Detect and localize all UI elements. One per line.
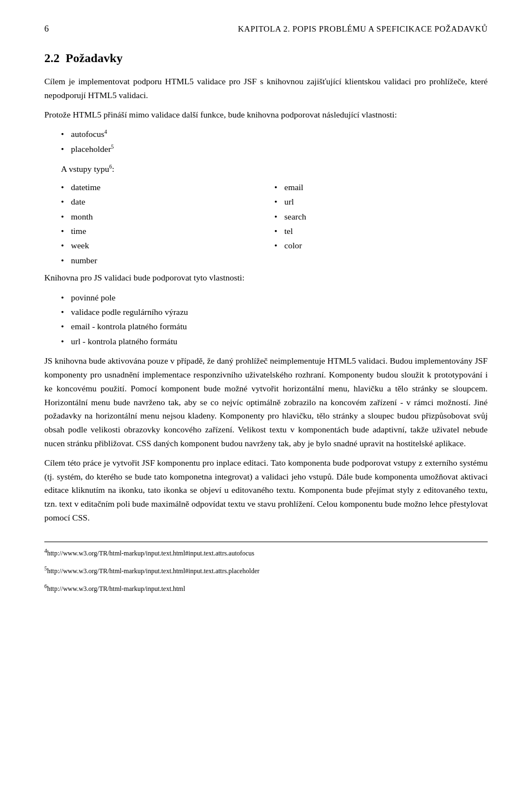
footnotes: 4http://www.w3.org/TR/html-markup/input.… xyxy=(44,542,488,595)
list-item: validace podle regulárního výrazu xyxy=(61,305,488,319)
page-header: 6 KAPITOLA 2. POPIS PROBLÉMU A SPEFICIKA… xyxy=(44,22,488,35)
list-item: week xyxy=(61,238,274,253)
list-item: color xyxy=(274,238,488,253)
list-item: email - kontrola platného formátu xyxy=(61,319,488,334)
page-number: 6 xyxy=(44,22,49,35)
list-item: time xyxy=(61,224,274,238)
section-title: 2.2 Požadavky xyxy=(44,49,488,67)
list-item: url xyxy=(274,195,488,209)
autofocus-item: autofocus4 xyxy=(61,127,488,142)
html5-features-paragraph: Protože HTML5 přináší mimo validace dalš… xyxy=(44,108,488,122)
goal-paragraph: Cílem této práce je vytvořit JSF kompone… xyxy=(44,456,488,525)
js-activation-paragraph: JS knihovna bude aktivována pouze v příp… xyxy=(44,354,488,451)
list-item: month xyxy=(61,210,274,224)
list-item: url - kontrola platného formátu xyxy=(61,334,488,349)
page: 6 KAPITOLA 2. POPIS PROBLÉMU A SPEFICIKA… xyxy=(0,0,532,811)
list-item: tel xyxy=(274,224,488,238)
list-item: datetime xyxy=(61,180,274,195)
placeholder-item: placeholder5 xyxy=(61,142,488,157)
list-item: search xyxy=(274,210,488,224)
list-item: date xyxy=(61,195,274,209)
input-types-heading: A vstupy typu6: xyxy=(61,162,488,177)
list-item: povinné pole xyxy=(61,290,488,305)
input-types-col1: datetime date month time week number xyxy=(61,180,274,268)
input-types-col2: email url search tel color xyxy=(274,180,488,268)
intro-paragraph: Cílem je implementovat podporu HTML5 val… xyxy=(44,75,488,103)
footnote-3: 6http://www.w3.org/TR/html-markup/input.… xyxy=(44,582,488,594)
footnote-1: 4http://www.w3.org/TR/html-markup/input.… xyxy=(44,547,488,559)
list-item: email xyxy=(274,180,488,195)
input-types-columns: datetime date month time week number ema… xyxy=(61,180,488,268)
library-features-list: povinné pole validace podle regulárního … xyxy=(61,290,488,349)
properties-list: autofocus4 placeholder5 xyxy=(61,127,488,156)
list-item: number xyxy=(61,253,274,268)
library-support-paragraph: Knihovna pro JS validaci bude podporovat… xyxy=(44,271,488,285)
footnote-2: 5http://www.w3.org/TR/html-markup/input.… xyxy=(44,564,488,577)
chapter-title-header: KAPITOLA 2. POPIS PROBLÉMU A SPEFICIKACE… xyxy=(238,23,488,35)
